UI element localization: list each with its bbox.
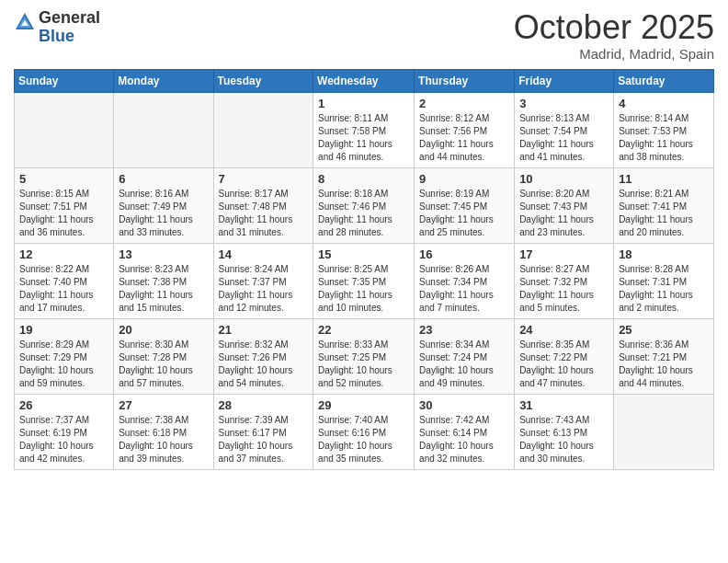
col-tuesday: Tuesday [213, 69, 313, 92]
day-info: Sunrise: 8:29 AMSunset: 7:29 PMDaylight:… [19, 339, 108, 390]
day-info: Sunrise: 7:40 AMSunset: 6:16 PMDaylight:… [318, 414, 409, 465]
table-row: 24Sunrise: 8:35 AMSunset: 7:22 PMDayligh… [515, 318, 614, 394]
table-row: 28Sunrise: 7:39 AMSunset: 6:17 PMDayligh… [213, 394, 313, 469]
day-number: 1 [318, 97, 409, 110]
day-number: 2 [419, 97, 509, 110]
day-number: 7 [219, 172, 309, 186]
table-row: 25Sunrise: 8:36 AMSunset: 7:21 PMDayligh… [614, 318, 714, 394]
day-number: 15 [318, 247, 409, 261]
calendar-week-row: 1Sunrise: 8:11 AMSunset: 7:58 PMDaylight… [15, 92, 714, 167]
day-number: 20 [119, 323, 208, 337]
table-row: 9Sunrise: 8:19 AMSunset: 7:45 PMDaylight… [415, 167, 515, 243]
day-number: 25 [619, 323, 709, 337]
day-number: 10 [519, 172, 609, 186]
table-row: 23Sunrise: 8:34 AMSunset: 7:24 PMDayligh… [415, 318, 515, 394]
table-row: 13Sunrise: 8:23 AMSunset: 7:38 PMDayligh… [114, 243, 213, 318]
table-row: 10Sunrise: 8:20 AMSunset: 7:43 PMDayligh… [515, 167, 614, 243]
day-info: Sunrise: 8:33 AMSunset: 7:25 PMDaylight:… [318, 339, 409, 390]
table-row [213, 92, 313, 167]
day-number: 30 [419, 398, 509, 412]
table-row: 4Sunrise: 8:14 AMSunset: 7:53 PMDaylight… [614, 92, 714, 167]
day-info: Sunrise: 8:35 AMSunset: 7:22 PMDaylight:… [519, 339, 609, 390]
day-number: 16 [419, 247, 509, 261]
day-info: Sunrise: 8:19 AMSunset: 7:45 PMDaylight:… [419, 188, 509, 239]
day-number: 29 [318, 398, 409, 412]
day-info: Sunrise: 8:12 AMSunset: 7:56 PMDaylight:… [419, 112, 509, 164]
table-row: 11Sunrise: 8:21 AMSunset: 7:41 PMDayligh… [614, 167, 714, 243]
day-number: 13 [119, 247, 208, 261]
day-info: Sunrise: 8:17 AMSunset: 7:48 PMDaylight:… [219, 188, 309, 239]
day-number: 21 [219, 323, 309, 337]
day-number: 11 [619, 172, 709, 186]
table-row: 29Sunrise: 7:40 AMSunset: 6:16 PMDayligh… [313, 394, 415, 469]
day-info: Sunrise: 8:11 AMSunset: 7:58 PMDaylight:… [318, 112, 409, 164]
day-info: Sunrise: 8:16 AMSunset: 7:49 PMDaylight:… [119, 188, 208, 239]
day-number: 31 [519, 398, 609, 412]
logo-blue-text: Blue [39, 28, 100, 46]
day-number: 14 [219, 247, 309, 261]
table-row: 16Sunrise: 8:26 AMSunset: 7:34 PMDayligh… [415, 243, 515, 318]
table-row: 5Sunrise: 8:15 AMSunset: 7:51 PMDaylight… [15, 167, 114, 243]
day-info: Sunrise: 8:36 AMSunset: 7:21 PMDaylight:… [619, 339, 709, 390]
table-row [614, 394, 714, 469]
day-number: 23 [419, 323, 509, 337]
table-row: 20Sunrise: 8:30 AMSunset: 7:28 PMDayligh… [114, 318, 213, 394]
logo-icon [14, 11, 36, 33]
day-info: Sunrise: 8:24 AMSunset: 7:37 PMDaylight:… [219, 263, 309, 315]
table-row: 15Sunrise: 8:25 AMSunset: 7:35 PMDayligh… [313, 243, 415, 318]
col-thursday: Thursday [415, 69, 515, 92]
day-number: 3 [519, 97, 609, 110]
header: General Blue October 2025 Madrid, Madrid… [14, 9, 714, 62]
weekday-header-row: Sunday Monday Tuesday Wednesday Thursday… [15, 69, 714, 92]
logo: General Blue [14, 9, 100, 46]
logo-general-text: General [39, 9, 100, 28]
day-info: Sunrise: 8:25 AMSunset: 7:35 PMDaylight:… [318, 263, 409, 315]
day-info: Sunrise: 8:26 AMSunset: 7:34 PMDaylight:… [419, 263, 509, 315]
day-number: 6 [119, 172, 208, 186]
table-row: 12Sunrise: 8:22 AMSunset: 7:40 PMDayligh… [15, 243, 114, 318]
table-row: 31Sunrise: 7:43 AMSunset: 6:13 PMDayligh… [515, 394, 614, 469]
day-info: Sunrise: 8:21 AMSunset: 7:41 PMDaylight:… [619, 188, 709, 239]
day-info: Sunrise: 7:42 AMSunset: 6:14 PMDaylight:… [419, 414, 509, 465]
day-number: 26 [19, 398, 108, 412]
col-sunday: Sunday [15, 69, 114, 92]
day-number: 17 [519, 247, 609, 261]
table-row [15, 92, 114, 167]
table-row: 21Sunrise: 8:32 AMSunset: 7:26 PMDayligh… [213, 318, 313, 394]
col-saturday: Saturday [614, 69, 714, 92]
day-number: 9 [419, 172, 509, 186]
table-row: 19Sunrise: 8:29 AMSunset: 7:29 PMDayligh… [15, 318, 114, 394]
day-info: Sunrise: 8:34 AMSunset: 7:24 PMDaylight:… [419, 339, 509, 390]
day-number: 8 [318, 172, 409, 186]
calendar-week-row: 5Sunrise: 8:15 AMSunset: 7:51 PMDaylight… [15, 167, 714, 243]
calendar: Sunday Monday Tuesday Wednesday Thursday… [14, 69, 714, 470]
day-info: Sunrise: 7:38 AMSunset: 6:18 PMDaylight:… [119, 414, 208, 465]
calendar-week-row: 19Sunrise: 8:29 AMSunset: 7:29 PMDayligh… [15, 318, 714, 394]
day-number: 5 [19, 172, 108, 186]
table-row: 22Sunrise: 8:33 AMSunset: 7:25 PMDayligh… [313, 318, 415, 394]
title-section: October 2025 Madrid, Madrid, Spain [514, 9, 714, 62]
day-number: 28 [219, 398, 309, 412]
day-info: Sunrise: 8:18 AMSunset: 7:46 PMDaylight:… [318, 188, 409, 239]
day-info: Sunrise: 8:27 AMSunset: 7:32 PMDaylight:… [519, 263, 609, 315]
day-info: Sunrise: 8:14 AMSunset: 7:53 PMDaylight:… [619, 112, 709, 164]
month-title: October 2025 [514, 9, 714, 46]
calendar-week-row: 26Sunrise: 7:37 AMSunset: 6:19 PMDayligh… [15, 394, 714, 469]
day-info: Sunrise: 8:15 AMSunset: 7:51 PMDaylight:… [19, 188, 108, 239]
calendar-week-row: 12Sunrise: 8:22 AMSunset: 7:40 PMDayligh… [15, 243, 714, 318]
table-row: 17Sunrise: 8:27 AMSunset: 7:32 PMDayligh… [515, 243, 614, 318]
day-number: 19 [19, 323, 108, 337]
logo-text: General Blue [39, 9, 100, 46]
table-row: 27Sunrise: 7:38 AMSunset: 6:18 PMDayligh… [114, 394, 213, 469]
day-info: Sunrise: 8:32 AMSunset: 7:26 PMDaylight:… [219, 339, 309, 390]
location: Madrid, Madrid, Spain [514, 46, 714, 62]
day-number: 27 [119, 398, 208, 412]
table-row: 14Sunrise: 8:24 AMSunset: 7:37 PMDayligh… [213, 243, 313, 318]
day-info: Sunrise: 8:22 AMSunset: 7:40 PMDaylight:… [19, 263, 108, 315]
day-info: Sunrise: 7:43 AMSunset: 6:13 PMDaylight:… [519, 414, 609, 465]
day-info: Sunrise: 7:37 AMSunset: 6:19 PMDaylight:… [19, 414, 108, 465]
day-number: 22 [318, 323, 409, 337]
table-row: 1Sunrise: 8:11 AMSunset: 7:58 PMDaylight… [313, 92, 415, 167]
day-number: 18 [619, 247, 709, 261]
table-row: 8Sunrise: 8:18 AMSunset: 7:46 PMDaylight… [313, 167, 415, 243]
